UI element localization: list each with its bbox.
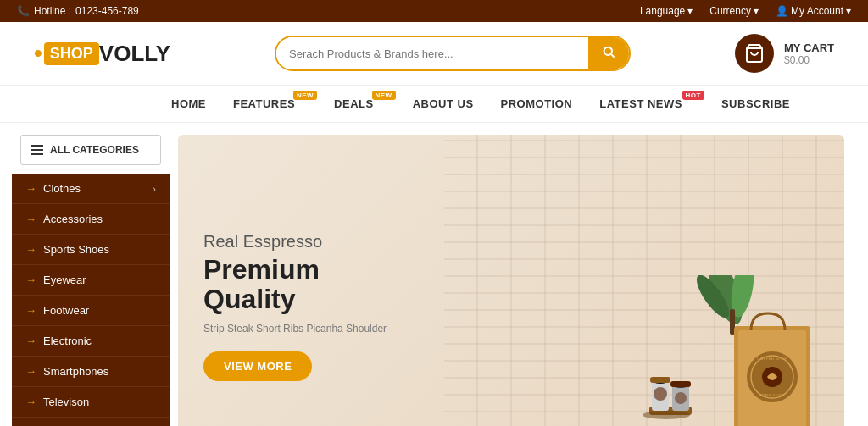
cat-label-sports: Sports Shoes (43, 243, 109, 256)
currency-arrow: ▾ (754, 5, 759, 17)
nav-about[interactable]: ABOUT US (399, 86, 487, 122)
cart-icon-box (735, 34, 774, 73)
cat-label-eyewear: Eyewear (43, 274, 86, 286)
cat-label-smartphones: Smartphones (43, 365, 108, 378)
cat-arrow-sports: → (25, 243, 36, 256)
phone-icon: 📞 (17, 5, 30, 17)
category-menu: → Clothes › → Accessories → Sports Shoes (12, 174, 170, 426)
cart-label: MY CART (784, 41, 834, 54)
cat-item-electronic[interactable]: → Electronic (12, 326, 170, 357)
hotline-area: 📞 Hotline : 0123-456-789 (17, 5, 139, 17)
cart-price: $0.00 (784, 54, 810, 66)
cat-label-clothes: Clothes (43, 182, 81, 195)
cart-icon (744, 43, 765, 64)
all-categories-btn[interactable]: ALL CATEGORIES (20, 135, 161, 165)
svg-point-23 (643, 411, 690, 419)
account-arrow: ▾ (846, 5, 851, 17)
nav-promotion[interactable]: PROMOTION (487, 86, 587, 122)
hero-description: Strip Steak Short Ribs Picanha Shoulder (203, 323, 407, 335)
logo[interactable]: • SHOP VOLLY (34, 40, 170, 67)
top-bar-actions: Language ▾ Currency ▾ 👤 My Account ▾ (640, 5, 851, 17)
currency-label: Currency (709, 5, 751, 17)
cat-item-accessories[interactable]: → Accessories (12, 204, 170, 235)
cat-arrow-eyewear: → (25, 274, 36, 286)
currency-dropdown[interactable]: Currency ▾ (709, 5, 759, 17)
coffee-scene: COFFEE SHOP BRAND STORE (531, 275, 827, 426)
hero-subtitle: Real Esspresso (203, 232, 407, 252)
cat-label-television: Televison (43, 396, 89, 408)
hamburger-icon (31, 145, 43, 155)
cat-arrow-smartphones: → (25, 365, 36, 378)
cat-arrow-footwear: → (25, 304, 36, 317)
cat-chevron-clothes: › (153, 184, 156, 194)
account-dropdown[interactable]: 👤 My Account ▾ (776, 5, 851, 17)
nav-subscribe[interactable]: SUBSCRIBE (708, 86, 804, 122)
cat-item-footwear[interactable]: → Footwear (12, 296, 170, 326)
svg-rect-20 (670, 381, 691, 387)
main-content: ALL CATEGORIES → Clothes › → Accessories… (0, 123, 868, 426)
svg-line-1 (611, 54, 615, 58)
search-input[interactable] (276, 37, 588, 69)
search-button[interactable] (588, 37, 629, 69)
logo-shop: SHOP (44, 42, 99, 65)
cat-label-accessories: Accessories (43, 213, 103, 225)
latest-news-badge: HOT (682, 91, 704, 100)
search-bar (275, 36, 631, 71)
search-icon (602, 45, 615, 58)
cart-area[interactable]: MY CART $0.00 (735, 34, 834, 73)
svg-rect-19 (650, 377, 670, 383)
hero-title: Premium Quality (203, 255, 407, 314)
cat-label-electronic: Electronic (43, 335, 92, 347)
cat-arrow-accessories: → (25, 213, 36, 225)
all-categories-label: ALL CATEGORIES (50, 144, 139, 156)
logo-volly: VOLLY (99, 41, 170, 67)
cat-item-smartphones[interactable]: → Smartphones (12, 357, 170, 387)
language-dropdown[interactable]: Language ▾ (640, 5, 693, 17)
cat-item-television[interactable]: → Televison (12, 387, 170, 418)
cat-arrow-television: → (25, 396, 36, 408)
features-badge: NEW (293, 91, 317, 100)
svg-text:COFFEE SHOP: COFFEE SHOP (757, 356, 788, 361)
cat-arrow-electronic: → (25, 335, 36, 347)
svg-point-0 (604, 47, 612, 55)
hotline-number: 0123-456-789 (75, 5, 139, 17)
nav-deals[interactable]: DEALS NEW (320, 86, 399, 122)
svg-point-22 (675, 392, 687, 404)
cat-item-digital-camera[interactable]: → Digital Camera (12, 418, 170, 426)
language-label: Language (640, 5, 685, 17)
hero-content: Real Esspresso Premium Quality Strip Ste… (178, 207, 432, 407)
hero-view-more-button[interactable]: VIEW MORE (203, 351, 312, 381)
svg-text:BRAND STORE: BRAND STORE (760, 393, 785, 397)
nav-home[interactable]: HOME (158, 86, 220, 122)
svg-point-21 (654, 387, 667, 401)
nav-bar: HOME FEATURES NEW DEALS NEW ABOUT US PRO… (0, 86, 868, 123)
account-label: My Account (791, 5, 843, 17)
language-arrow: ▾ (687, 5, 693, 17)
cart-text: MY CART $0.00 (784, 41, 834, 66)
cat-arrow-clothes: → (25, 182, 36, 195)
user-icon: 👤 (776, 5, 788, 17)
nav-features[interactable]: FEATURES NEW (220, 86, 320, 122)
hotline-label: Hotline : (34, 5, 71, 17)
sidebar: ALL CATEGORIES → Clothes › → Accessories… (12, 123, 170, 426)
nav-latest-news[interactable]: LATEST NEWS HOT (586, 86, 708, 122)
cat-item-sports-shoes[interactable]: → Sports Shoes (12, 235, 170, 265)
cat-label-footwear: Footwear (43, 304, 89, 317)
top-bar: 📞 Hotline : 0123-456-789 Language ▾ Curr… (0, 0, 868, 22)
hero-banner: Real Esspresso Premium Quality Strip Ste… (178, 135, 844, 426)
cat-item-clothes[interactable]: → Clothes › (12, 174, 170, 204)
cat-item-eyewear[interactable]: → Eyewear (12, 265, 170, 296)
header: • SHOP VOLLY MY CART $0.00 (0, 22, 868, 86)
deals-badge: NEW (372, 91, 396, 100)
